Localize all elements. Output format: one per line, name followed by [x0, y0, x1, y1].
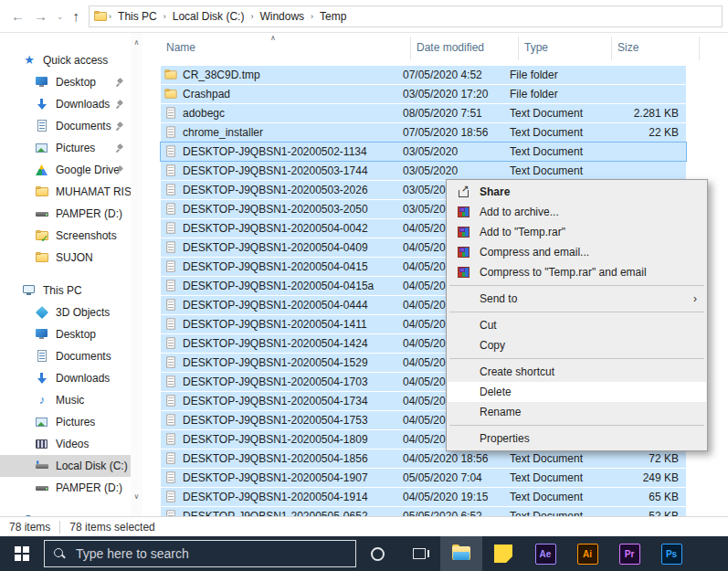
breadcrumb-segment[interactable]: This PC	[112, 10, 163, 23]
taskbar-app-sticky-notes[interactable]	[482, 536, 524, 571]
sidebar-item-3d-objects[interactable]: 3D Objects	[0, 301, 131, 323]
illustrator-icon: Ai	[577, 544, 598, 565]
sidebar-item-local-disk-c-[interactable]: Local Disk (C:)	[0, 455, 131, 477]
table-row[interactable]: CR_38C9D.tmp07/05/2020 4:52File folder	[161, 66, 686, 84]
taskbar-app-task-view[interactable]	[398, 536, 440, 571]
table-row[interactable]: adobegc08/05/2020 7:51Text Document2.281…	[161, 104, 686, 122]
taskbar-app-file-explorer[interactable]	[440, 536, 482, 571]
taskbar-app-after-effects[interactable]: Ae	[524, 536, 566, 571]
search-icon	[54, 548, 65, 559]
pin-icon	[116, 143, 125, 153]
sidebar-item-downloads[interactable]: Downloads	[0, 93, 131, 115]
sidebar-section-this-pc[interactable]: This PC	[0, 280, 131, 301]
menu-item-properties[interactable]: Properties	[448, 428, 706, 449]
file-name: DESKTOP-J9QBSN1-20200503-2050	[178, 203, 403, 216]
pin-icon	[116, 100, 125, 109]
sidebar-item-pictures[interactable]: Pictures	[0, 137, 131, 159]
sidebar-item-desktop[interactable]: Desktop	[0, 71, 131, 93]
sidebar-item-desktop[interactable]: Desktop	[0, 323, 131, 345]
column-header-type[interactable]: Type	[519, 37, 612, 60]
file-size: 249 KB	[604, 471, 686, 484]
sidebar-item-documents[interactable]: Documents	[0, 115, 131, 137]
winrar-icon	[457, 245, 471, 259]
table-row[interactable]: DESKTOP-J9QBSN1-20200502-113403/05/2020T…	[161, 143, 686, 161]
column-header-size[interactable]: Size	[612, 37, 700, 60]
taskbar-app-illustrator[interactable]: Ai	[566, 536, 608, 571]
menu-item-cut[interactable]: Cut	[448, 315, 706, 335]
file-date-modified: 04/05/2020 18:56	[403, 452, 510, 465]
file-date-modified: 07/05/2020 4:52	[403, 69, 510, 81]
file-name: DESKTOP-J9QBSN1-20200504-1907	[178, 471, 403, 484]
file-type: File folder	[510, 69, 604, 81]
menu-item-share[interactable]: ↗Share	[448, 182, 706, 202]
breadcrumb-segment[interactable]: Temp	[314, 10, 352, 23]
doc-icon	[164, 413, 177, 427]
taskbar-app-premiere[interactable]: Pr	[608, 536, 650, 571]
sidebar-item-label: PAMPER (D:)	[56, 207, 122, 220]
table-row[interactable]: DESKTOP-J9QBSN1-20200504-185604/05/2020 …	[161, 449, 686, 468]
scroll-down-icon[interactable]: ∨	[131, 492, 142, 501]
sidebar-item-videos[interactable]: Videos	[0, 433, 131, 455]
breadcrumb-segment[interactable]: Windows	[254, 10, 310, 23]
file-size: 22 KB	[604, 126, 686, 139]
sidebar-item-music[interactable]: ♪Music	[0, 389, 131, 411]
doc-icon	[164, 164, 177, 177]
sidebar-item-sujon[interactable]: SUJON	[0, 247, 131, 269]
doc-icon	[164, 355, 177, 369]
sidebar-scrollbar[interactable]: ∧ ∨	[131, 33, 142, 517]
file-date-modified: 08/05/2020 7:51	[403, 107, 510, 120]
sidebar-item-pictures[interactable]: Pictures	[0, 411, 131, 433]
sidebar-gap	[0, 499, 131, 510]
breadcrumb-segment[interactable]: Local Disk (C:)	[167, 10, 250, 23]
sidebar-item-label: SUJON	[56, 251, 93, 264]
sidebar-item-pamper-d-[interactable]: PAMPER (D:)	[0, 477, 131, 499]
menu-item-compress-and-email-[interactable]: Compress and email...	[448, 242, 706, 262]
menu-item-rename[interactable]: Rename	[448, 402, 706, 422]
forward-icon[interactable]: →	[34, 8, 47, 24]
column-header-name[interactable]: Name	[161, 37, 411, 60]
table-row[interactable]: Crashpad03/05/2020 17:20File folder	[161, 85, 686, 103]
sidebar-section-quick-access[interactable]: ★Quick access	[0, 49, 131, 71]
sidebar-item-muhamat-risk[interactable]: MUHAMAT RISK	[0, 181, 131, 203]
menu-item-add-to-temp-rar-[interactable]: Add to "Temp.rar"	[448, 222, 706, 242]
folder-icon	[164, 87, 177, 100]
file-name: DESKTOP-J9QBSN1-20200504-1529	[178, 356, 403, 369]
sidebar-item-pamper-d-[interactable]: PAMPER (D:)	[0, 203, 131, 225]
column-header-date-modified[interactable]: Date modified	[411, 37, 519, 60]
recent-locations-icon[interactable]: ⌄	[57, 12, 64, 21]
up-icon[interactable]: ↑	[73, 8, 80, 24]
3d-icon	[35, 305, 49, 320]
table-row[interactable]: DESKTOP-J9QBSN1-20200504-191404/05/2020 …	[161, 488, 686, 506]
scroll-up-icon[interactable]: ∧	[131, 38, 142, 47]
folder-icon	[35, 185, 49, 199]
file-type: Text Document	[510, 491, 604, 503]
taskbar-app-photoshop[interactable]: Ps	[650, 536, 692, 571]
address-bar[interactable]: ›This PC›Local Disk (C:)›Windows›Temp	[89, 5, 723, 27]
menu-item-add-to-archive-[interactable]: Add to archive...	[448, 202, 706, 222]
folder-check-icon: ✓	[35, 228, 49, 243]
menu-item-delete[interactable]: Delete	[448, 382, 706, 402]
back-icon[interactable]: ←	[11, 8, 25, 24]
file-name: DESKTOP-J9QBSN1-20200504-1411	[178, 318, 403, 331]
sidebar-item-screenshots[interactable]: ✓Screenshots	[0, 225, 131, 247]
sidebar-item-downloads[interactable]: Downloads	[0, 367, 131, 389]
start-button[interactable]	[0, 536, 44, 571]
file-name: DESKTOP-J9QBSN1-20200504-0409	[178, 241, 403, 254]
menu-item-create-shortcut[interactable]: Create shortcut	[448, 362, 706, 382]
sidebar-item-label: Screenshots	[56, 229, 117, 242]
file-name: DESKTOP-J9QBSN1-20200504-1734	[178, 395, 403, 407]
table-row[interactable]: DESKTOP-J9QBSN1-20200503-174403/05/2020T…	[161, 162, 686, 180]
taskbar-app-cortana[interactable]	[356, 536, 398, 571]
file-type: Text Document	[510, 145, 604, 158]
file-type: File folder	[510, 88, 604, 100]
menu-item-copy[interactable]: Copy	[448, 335, 706, 355]
menu-item-send-to[interactable]: Send to›	[448, 289, 706, 309]
sidebar-item-google-drive[interactable]: Google Drive	[0, 159, 131, 181]
sidebar-item-documents[interactable]: Documents	[0, 345, 131, 367]
sidebar-item-label: Videos	[56, 438, 89, 450]
status-bar: 78 items 78 items selected	[0, 516, 728, 536]
table-row[interactable]: chrome_installer07/05/2020 18:56Text Doc…	[161, 123, 686, 142]
menu-item-compress-to-temp-rar-and-email[interactable]: Compress to "Temp.rar" and email	[448, 262, 706, 282]
table-row[interactable]: DESKTOP-J9QBSN1-20200504-190705/05/2020 …	[161, 469, 686, 487]
taskbar-search-input[interactable]: Type here to search	[44, 540, 356, 567]
